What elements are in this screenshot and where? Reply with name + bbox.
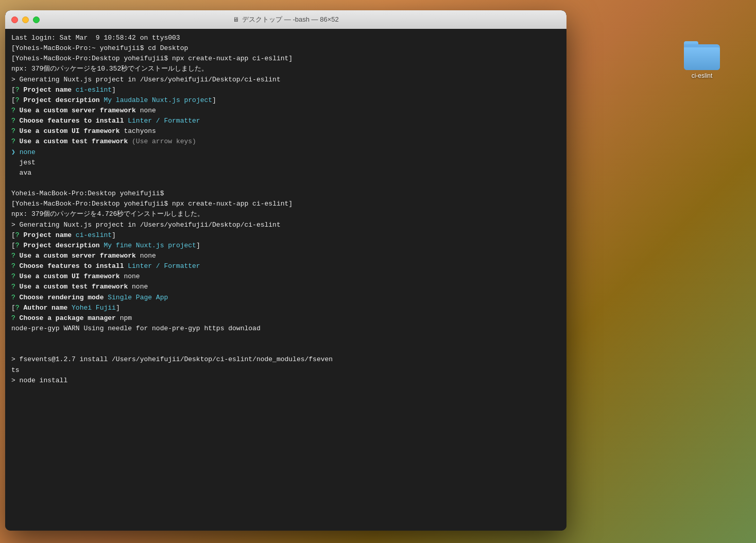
terminal-line: [? Project name ci-eslint] bbox=[11, 230, 560, 241]
terminal-body[interactable]: Last login: Sat Mar 9 10:58:42 on ttys00… bbox=[5, 29, 566, 531]
close-button[interactable] bbox=[11, 16, 18, 23]
terminal-window: 🖥 デスクトップ — -bash — 86×52 Last login: Sat… bbox=[5, 10, 566, 531]
terminal-line bbox=[11, 344, 560, 354]
terminal-line: [? Project name ci-eslint] bbox=[11, 85, 560, 95]
terminal-line: > Generating Nuxt.js project in /Users/y… bbox=[11, 75, 560, 85]
terminal-line bbox=[11, 178, 560, 189]
terminal-line: [? Project description My fine Nuxt.js p… bbox=[11, 241, 560, 251]
terminal-line: > fsevents@1.2.7 install /Users/yoheifuj… bbox=[11, 354, 560, 365]
terminal-line: ava bbox=[11, 168, 560, 178]
terminal-line: [? Author name Yohei Fujii] bbox=[11, 303, 560, 313]
terminal-line: ❯ none bbox=[11, 147, 560, 158]
terminal-line: ? Use a custom server framework none bbox=[11, 106, 560, 116]
folder-icon bbox=[684, 41, 720, 70]
terminal-line: node-pre-gyp WARN Using needle for node-… bbox=[11, 324, 560, 334]
traffic-lights bbox=[11, 16, 40, 23]
terminal-line: ? Use a custom UI framework tachyons bbox=[11, 126, 560, 137]
terminal-line: npx: 379個のパッケージを10.352秒でインストールしました。 bbox=[11, 64, 560, 74]
terminal-line: ? Choose features to install Linter / Fo… bbox=[11, 261, 560, 272]
terminal-line: ? Use a custom test framework (Use arrow… bbox=[11, 137, 560, 147]
terminal-line: Yoheis-MacBook-Pro:Desktop yoheifujii$ bbox=[11, 189, 560, 199]
terminal-line: ? Choose a package manager npm bbox=[11, 313, 560, 324]
terminal-line: ? Use a custom UI framework none bbox=[11, 272, 560, 282]
maximize-button[interactable] bbox=[33, 16, 40, 23]
terminal-line bbox=[11, 334, 560, 344]
desktop-folder-ci-eslint[interactable]: ci-eslint bbox=[679, 41, 725, 79]
terminal-line: [? Project description My laudable Nuxt.… bbox=[11, 95, 560, 106]
terminal-title: 🖥 デスクトップ — -bash — 86×52 bbox=[233, 15, 338, 24]
terminal-line: Last login: Sat Mar 9 10:58:42 on ttys00… bbox=[11, 33, 560, 43]
terminal-line: ? Choose features to install Linter / Fo… bbox=[11, 116, 560, 126]
terminal-line: ? Choose rendering mode Single Page App bbox=[11, 293, 560, 303]
terminal-titlebar: 🖥 デスクトップ — -bash — 86×52 bbox=[5, 10, 566, 29]
folder-label: ci-eslint bbox=[692, 72, 713, 79]
terminal-line: ? Use a custom test framework none bbox=[11, 282, 560, 292]
terminal-line: > Generating Nuxt.js project in /Users/y… bbox=[11, 220, 560, 230]
terminal-line: jest bbox=[11, 158, 560, 168]
terminal-title-icon: 🖥 bbox=[233, 16, 239, 23]
terminal-line: [Yoheis-MacBook-Pro:Desktop yoheifujii$ … bbox=[11, 199, 560, 209]
terminal-line: > node install bbox=[11, 376, 560, 386]
terminal-title-text: デスクトップ — -bash — 86×52 bbox=[242, 15, 338, 24]
minimize-button[interactable] bbox=[22, 16, 29, 23]
terminal-line: [Yoheis-MacBook-Pro:~ yoheifujii$ cd Des… bbox=[11, 43, 560, 54]
terminal-line: ? Use a custom server framework none bbox=[11, 251, 560, 261]
terminal-line: npx: 379個のパッケージを4.726秒でインストールしました。 bbox=[11, 209, 560, 219]
terminal-line: [Yoheis-MacBook-Pro:Desktop yoheifujii$ … bbox=[11, 54, 560, 64]
terminal-line: ts bbox=[11, 365, 560, 376]
